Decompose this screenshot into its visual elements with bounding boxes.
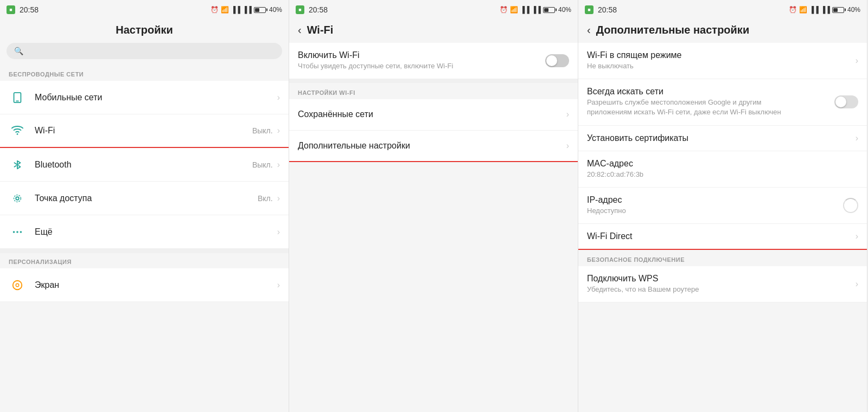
- search-icon: 🔍: [14, 47, 23, 55]
- svg-point-9: [16, 284, 19, 287]
- signal-icon-2: ▐▐: [242, 6, 252, 14]
- screen-icon: [9, 279, 26, 291]
- svg-point-6: [16, 231, 18, 233]
- status-time-2: 20:58: [309, 5, 328, 14]
- mac-sub: 20:82:c0:ad:76:3b: [587, 170, 643, 179]
- wifi-sleep-main: Wi-Fi в спящем режиме: [587, 50, 682, 60]
- battery-pct-3: 40%: [847, 6, 860, 14]
- screen-item[interactable]: Экран ›: [0, 268, 289, 302]
- screen-chevron: ›: [277, 280, 280, 290]
- svg-point-2: [17, 133, 18, 135]
- back-button-advanced[interactable]: ‹: [587, 24, 591, 36]
- wifi-sleep-chevron: ›: [856, 56, 858, 66]
- security-section-label: БЕЗОПАСНОЕ ПОДКЛЮЧЕНИЕ: [578, 250, 867, 266]
- alarm-icon-2: ⏰: [500, 6, 508, 14]
- advanced-header: ‹ Дополнительные настройки: [578, 20, 867, 43]
- mac-address-item: MAC-адрес 20:82:c0:ad:76:3b: [578, 151, 867, 188]
- svg-point-7: [20, 231, 22, 233]
- ip-address-item: IP-адрес Недоступно: [578, 188, 867, 224]
- mobile-networks-label: Мобильные сети: [35, 93, 277, 102]
- bluetooth-item[interactable]: Bluetooth Выкл. ›: [0, 148, 289, 182]
- install-certs-item[interactable]: Установить сертификаты ›: [578, 126, 867, 151]
- screen-label: Экран: [35, 280, 277, 290]
- mobile-icon: [9, 92, 26, 104]
- wifi-value: Выкл.: [252, 126, 273, 135]
- always-scan-knob: [835, 96, 846, 107]
- notification-dot-2: ■: [296, 5, 304, 14]
- status-icons-2: ⏰ 📶 ▐▐ ▐▐ 40%: [500, 6, 571, 14]
- ip-main: IP-адрес: [587, 195, 626, 205]
- svg-point-4: [14, 195, 21, 202]
- bluetooth-label: Bluetooth: [35, 160, 252, 170]
- mac-main: MAC-адрес: [587, 159, 643, 169]
- saved-networks-item[interactable]: Сохранённые сети ›: [289, 99, 578, 131]
- wifi-sleep-sub: Не выключать: [587, 61, 682, 71]
- mobile-networks-item[interactable]: Мобильные сети ›: [0, 81, 289, 114]
- more-item[interactable]: Ещё ›: [0, 215, 289, 249]
- wifi-enable-row[interactable]: Включить Wi-Fi Чтобы увидеть доступные с…: [289, 43, 578, 83]
- always-scan-main: Всегда искать сети: [587, 87, 782, 96]
- wifi-label: Wi-Fi: [35, 126, 252, 136]
- always-scan-right: [834, 95, 858, 108]
- always-scan-toggle[interactable]: [834, 95, 858, 108]
- section-divider: [0, 249, 289, 253]
- toggle-knob-wifi: [546, 55, 557, 66]
- more-label: Ещё: [35, 227, 277, 237]
- status-bar-1: ■ 20:58 ⏰ 📶 ▐▐ ▐▐ 40%: [0, 0, 289, 20]
- wifi-settings-panel: ■ 20:58 ⏰ 📶 ▐▐ ▐▐ 40% ‹ Wi-Fi Включить W…: [289, 0, 578, 412]
- settings-main-panel: ■ 20:58 ⏰ 📶 ▐▐ ▐▐ 40% Настройки 🔍 БЕСПРО…: [0, 0, 289, 412]
- advanced-settings-label: Дополнительные настройки: [298, 141, 566, 151]
- signal-icon-4: ▐▐: [532, 6, 541, 14]
- wps-right: ›: [856, 279, 858, 289]
- wifi-status-icon-3: 📶: [799, 6, 807, 14]
- wifi-enable-sub: Чтобы увидеть доступные сети, включите W…: [298, 62, 453, 71]
- notification-dot-3: ■: [585, 5, 593, 14]
- battery-icon-1: [254, 7, 266, 13]
- saved-chevron: ›: [566, 110, 569, 119]
- wps-connect-item[interactable]: Подключить WPS Убедитесь, что на Вашем р…: [578, 266, 867, 302]
- wifi-status-icon: 📶: [221, 6, 229, 14]
- main-header: Настройки: [0, 20, 289, 43]
- advanced-content: Wi-Fi в спящем режиме Не выключать › Все…: [578, 43, 867, 412]
- hotspot-label: Точка доступа: [35, 194, 258, 203]
- mobile-chevron: ›: [277, 93, 280, 102]
- always-scan-sub: Разрешить службе местоположения Google и…: [587, 98, 782, 117]
- always-scan-item[interactable]: Всегда искать сети Разрешить службе мест…: [578, 79, 867, 125]
- wifi-section-label: НАСТРОЙКИ WI-FI: [289, 83, 578, 99]
- install-certs-main: Установить сертификаты: [587, 133, 688, 143]
- wifi-sleep-right: ›: [856, 56, 858, 66]
- svg-point-5: [13, 231, 15, 233]
- status-time-1: 20:58: [20, 5, 39, 14]
- mac-address-text: MAC-адрес 20:82:c0:ad:76:3b: [587, 159, 643, 179]
- more-chevron: ›: [277, 227, 280, 237]
- signal-icon-5: ▐▐: [809, 6, 819, 14]
- wifi-toggle-switch[interactable]: [545, 54, 569, 67]
- signal-icon-1: ▐▐: [231, 6, 240, 14]
- always-scan-text: Всегда искать сети Разрешить службе мест…: [587, 87, 782, 117]
- wifi-chevron: ›: [277, 126, 280, 136]
- back-button-wifi[interactable]: ‹: [298, 24, 302, 36]
- status-bar-3: ■ 20:58 ⏰ 📶 ▐▐ ▐▐ 40%: [578, 0, 867, 20]
- advanced-page-title: Дополнительные настройки: [596, 24, 750, 36]
- wifi-direct-item[interactable]: Wi-Fi Direct ›: [578, 224, 867, 250]
- search-bar[interactable]: 🔍: [7, 43, 282, 59]
- alarm-icon-3: ⏰: [789, 6, 797, 14]
- svg-rect-1: [16, 100, 19, 101]
- battery-icon-2: [543, 7, 555, 13]
- advanced-settings-item[interactable]: Дополнительные настройки ›: [289, 131, 578, 162]
- ip-spinner: [843, 198, 858, 213]
- svg-point-8: [13, 280, 22, 289]
- wifi-sleep-item[interactable]: Wi-Fi в спящем режиме Не выключать ›: [578, 43, 867, 79]
- status-bar-2: ■ 20:58 ⏰ 📶 ▐▐ ▐▐ 40%: [289, 0, 578, 20]
- hotspot-item[interactable]: Точка доступа Вкл. ›: [0, 182, 289, 215]
- wifi-enable-text: Включить Wi-Fi Чтобы увидеть доступные с…: [298, 50, 453, 71]
- wps-main: Подключить WPS: [587, 274, 699, 284]
- wifi-direct-text: Wi-Fi Direct: [587, 231, 633, 241]
- settings-list: БЕСПРОВОДНЫЕ СЕТИ Мобильные сети ›: [0, 66, 289, 412]
- svg-point-3: [16, 197, 19, 200]
- hotspot-value: Вкл.: [258, 194, 273, 203]
- wifi-item[interactable]: Wi-Fi Выкл. ›: [0, 114, 289, 148]
- wifi-header: ‹ Wi-Fi: [289, 20, 578, 43]
- section-label-personal: ПЕРСОНАЛИЗАЦИЯ: [0, 253, 289, 268]
- battery-pct-1: 40%: [269, 6, 282, 14]
